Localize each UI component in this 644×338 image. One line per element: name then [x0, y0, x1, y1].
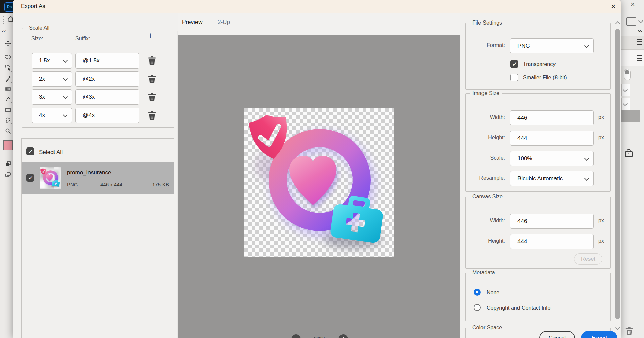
scrollbar-thumb[interactable]	[615, 29, 620, 319]
export-button[interactable]: Export	[581, 331, 617, 338]
image-height-input[interactable]: 444	[510, 131, 594, 146]
preview-canvas[interactable]: 100%	[178, 35, 460, 338]
pen-tool-icon	[5, 96, 11, 102]
delete-scale-button-3[interactable]	[148, 111, 156, 120]
canvas-width-label: Width:	[466, 218, 505, 224]
canvas-height-input[interactable]: 444	[510, 234, 594, 249]
scale-row: 2x @2x	[22, 71, 174, 87]
zoom-tool-icon	[5, 128, 11, 134]
app-close-button[interactable]: ✕	[630, 1, 635, 8]
chevron-down-icon[interactable]	[638, 18, 643, 23]
panel-select-2[interactable]	[621, 98, 630, 110]
delete-layer-icon[interactable]	[625, 327, 633, 335]
gradient-tool[interactable]	[4, 85, 12, 93]
scale-suffix-value: @3x	[83, 94, 95, 100]
resample-select[interactable]: Bicubic Automatic	[510, 171, 594, 186]
screen-mode-button[interactable]	[4, 171, 12, 179]
check-icon: ✓	[512, 61, 516, 67]
panel-scroll-thumb[interactable]	[621, 110, 640, 122]
file-dimensions: 446 x 444	[100, 182, 122, 187]
file-settings-legend: File Settings	[470, 20, 504, 26]
scale-suffix-input-3[interactable]: @4x	[75, 108, 139, 123]
panel-menu-icon[interactable]	[637, 39, 642, 45]
zoom-tool[interactable]	[4, 127, 12, 135]
scale-size-value: 1.5x	[39, 57, 50, 64]
dialog-close-button[interactable]: ✕	[610, 3, 617, 10]
image-size-legend: Image Size	[470, 90, 502, 96]
zoom-in-button[interactable]	[338, 334, 348, 338]
export-file-list: ✓ Select All ✓ promo_insurance PNG 446 x…	[21, 138, 174, 338]
canvas-size-section: Canvas Size Width: 446 px Height: 444 px…	[465, 197, 611, 269]
metadata-none-radio[interactable]	[474, 289, 481, 296]
tab-label: Preview	[182, 19, 202, 25]
quick-mask-button[interactable]	[4, 160, 12, 168]
expand-panels-button[interactable]: >>	[638, 29, 642, 34]
panel-menu-icon-2[interactable]	[637, 55, 642, 61]
toolbar-drag-handle[interactable]	[3, 16, 4, 25]
image-width-input[interactable]: 446	[510, 110, 594, 125]
scale-suffix-value: @2x	[83, 76, 95, 82]
delete-scale-button-0[interactable]	[148, 56, 156, 66]
height-label: Height:	[466, 135, 505, 141]
transparency-checkbox[interactable]: ✓	[510, 60, 518, 68]
chevron-down-icon	[584, 43, 589, 48]
eyedropper-tool-icon	[5, 76, 11, 82]
tab-preview[interactable]: Preview	[182, 19, 202, 26]
resample-value: Bicubic Automatic	[517, 175, 563, 182]
trash-icon	[148, 92, 156, 102]
cancel-button[interactable]: Cancel	[539, 331, 575, 338]
pen-tool[interactable]	[4, 95, 12, 103]
metadata-copyright-radio[interactable]	[474, 304, 481, 311]
metadata-none-label: None	[487, 290, 499, 296]
scale-size-select-0[interactable]: 1.5x	[32, 53, 72, 69]
format-select[interactable]: PNG	[510, 38, 594, 53]
marquee-tool[interactable]	[4, 53, 12, 61]
quick-mask-icon	[5, 161, 11, 167]
add-scale-button[interactable]: +	[147, 31, 153, 41]
scroll-up-icon[interactable]	[615, 21, 620, 26]
image-width-value: 446	[517, 115, 527, 121]
foreground-color-swatch[interactable]	[3, 140, 13, 150]
object-selection-tool-icon	[5, 65, 11, 71]
panel-layout-icon[interactable]	[626, 17, 636, 26]
delete-scale-button-1[interactable]	[148, 74, 156, 84]
scale-suffix-input-2[interactable]: @3x	[75, 89, 139, 105]
collapse-toolbar-button[interactable]: <<	[2, 29, 6, 33]
screen-mode-icon	[5, 172, 11, 178]
file-thumbnail	[40, 167, 61, 189]
custom-shape-tool[interactable]	[4, 116, 12, 124]
file-settings-section: File Settings Format: PNG ✓ Transparency…	[465, 23, 611, 90]
delete-scale-button-2[interactable]	[148, 92, 156, 102]
settings-scrollbar[interactable]	[615, 18, 620, 338]
select-all-checkbox[interactable]: ✓	[26, 147, 34, 155]
image-height-value: 444	[517, 135, 527, 142]
canvas-width-input[interactable]: 446	[510, 214, 594, 229]
scale-row: 1.5x @1.5x	[22, 53, 174, 69]
move-tool[interactable]	[4, 40, 12, 48]
scale-size-select-3[interactable]: 4x	[32, 108, 72, 123]
scale-size-select-1[interactable]: 2x	[32, 71, 72, 87]
gradient-tool-icon	[5, 86, 11, 92]
format-label: Format:	[466, 42, 505, 48]
scroll-down-icon[interactable]	[615, 325, 620, 330]
scale-all-section: Scale All Size: Suffix: + 1.5x @1.5x 2x	[22, 28, 174, 128]
scale-suffix-value: @1.5x	[83, 57, 99, 64]
smaller-file-checkbox[interactable]	[510, 74, 518, 81]
scale-suffix-input-1[interactable]: @2x	[75, 71, 139, 87]
file-list-item[interactable]: ✓ promo_insurance PNG 446 x 444 175 KB	[22, 162, 174, 194]
object-selection-tool[interactable]	[4, 64, 12, 72]
panel-select[interactable]	[621, 84, 630, 96]
zoom-out-button[interactable]	[291, 334, 301, 338]
scale-suffix-input-0[interactable]: @1.5x	[75, 53, 139, 69]
rectangle-tool[interactable]	[4, 106, 12, 114]
metadata-copyright-label: Copyright and Contact Info	[487, 305, 550, 311]
eyedropper-tool[interactable]	[4, 75, 12, 83]
scale-select[interactable]: 100%	[510, 151, 594, 166]
tab-2up[interactable]: 2-Up	[218, 19, 230, 26]
item-checkbox[interactable]: ✓	[26, 174, 34, 182]
metadata-legend: Metadata	[470, 270, 497, 276]
panel-toggle[interactable]	[624, 69, 631, 80]
scale-size-select-2[interactable]: 3x	[32, 89, 72, 105]
reset-button[interactable]: Reset	[574, 253, 602, 265]
lock-icon[interactable]	[625, 151, 633, 157]
